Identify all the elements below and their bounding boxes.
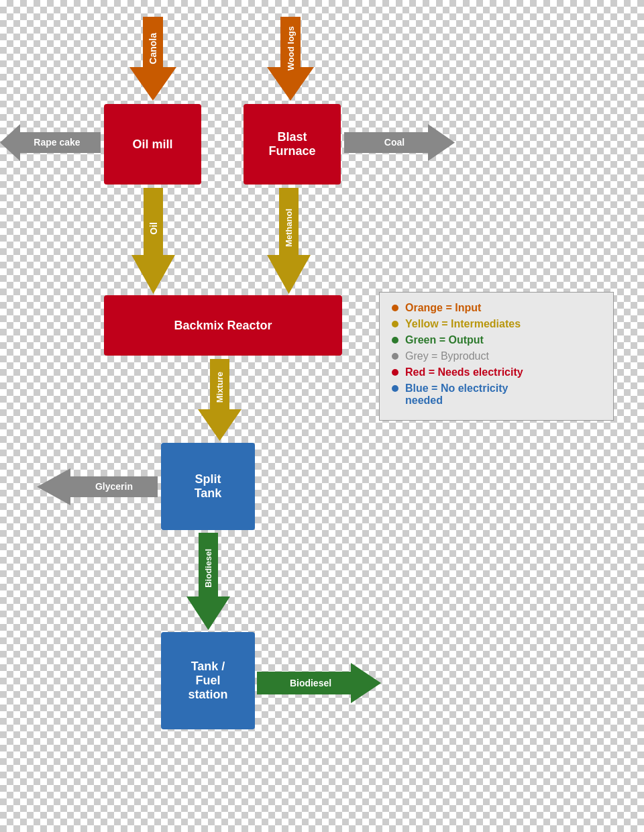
oil-mill-label: Oil mill — [132, 138, 172, 152]
coal-arrow: Coal — [344, 124, 455, 161]
svg-text:Glycerin: Glycerin — [95, 481, 133, 492]
backmix-reactor-box: Backmix Reactor — [104, 295, 342, 356]
mixture-arrow: Mixture — [198, 359, 241, 441]
legend-red-label: Red = Needs electricity — [405, 366, 523, 378]
methanol-label: Methanol — [284, 209, 294, 247]
oil-arrow: Oil — [131, 188, 175, 294]
methanol-arrow: Methanol — [267, 188, 311, 294]
tank-fuel-box: Tank / Fuel station — [161, 632, 255, 729]
legend-item-red: Red = Needs electricity — [392, 366, 601, 378]
split-tank-label: Split Tank — [195, 472, 222, 501]
svg-text:Rape cake: Rape cake — [34, 137, 80, 148]
legend-orange-label: Orange = Input — [405, 302, 481, 314]
legend-item-blue: Blue = No electricityneeded — [392, 382, 601, 407]
canola-arrow: Canola — [129, 17, 176, 101]
glycerin-arrow: Glycerin — [37, 468, 158, 505]
svg-text:Coal: Coal — [384, 137, 405, 148]
blast-furnace-box: Blast Furnace — [244, 104, 341, 185]
rape-cake-arrow: Rape cake — [0, 124, 101, 161]
blast-furnace-label: Blast Furnace — [268, 130, 315, 158]
canola-label: Canola — [148, 33, 158, 64]
biodiesel-down-arrow: Biodiesel — [186, 533, 230, 630]
legend-item-orange: Orange = Input — [392, 302, 601, 314]
split-tank-box: Split Tank — [161, 443, 255, 530]
backmix-reactor-label: Backmix Reactor — [174, 319, 272, 333]
wood-logs-arrow: Wood logs — [267, 17, 314, 101]
legend-blue-label: Blue = No electricityneeded — [405, 382, 508, 407]
diagram: Canola Wood logs Oil mill Blast Furnace … — [0, 0, 644, 832]
mixture-label: Mixture — [215, 372, 225, 403]
legend-yellow-label: Yellow = Intermediates — [405, 318, 521, 330]
wood-logs-label: Wood logs — [286, 26, 296, 70]
svg-text:Biodiesel: Biodiesel — [290, 678, 331, 688]
oil-label: Oil — [148, 222, 159, 235]
legend-item-green: Green = Output — [392, 334, 601, 346]
legend-item-yellow: Yellow = Intermediates — [392, 318, 601, 330]
legend-item-grey: Grey = Byproduct — [392, 350, 601, 362]
legend-grey-label: Grey = Byproduct — [405, 350, 489, 362]
biodiesel-right-arrow: Biodiesel — [257, 663, 381, 703]
legend-green-label: Green = Output — [405, 334, 484, 346]
legend-box: Orange = Input Yellow = Intermediates Gr… — [379, 292, 614, 421]
oil-mill-box: Oil mill — [104, 104, 201, 185]
tank-fuel-label: Tank / Fuel station — [188, 660, 227, 702]
biodiesel-down-label: Biodiesel — [203, 549, 213, 588]
